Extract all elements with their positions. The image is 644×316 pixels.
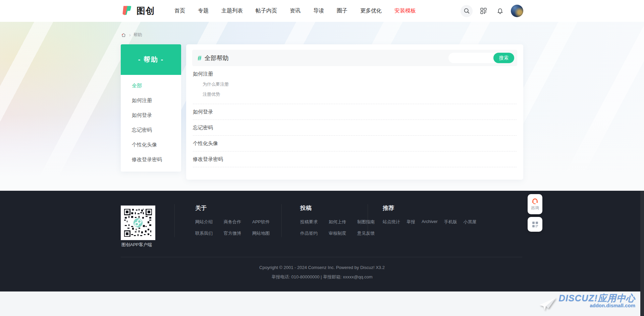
sidebar-item-all[interactable]: 全部 — [121, 78, 181, 93]
section-title-change-password[interactable]: 修改登录密码 — [193, 151, 517, 167]
home-icon[interactable] — [121, 32, 126, 38]
nav-item-news[interactable]: 资讯 — [290, 7, 301, 14]
page-title: 全部帮助 — [205, 54, 229, 62]
sidebar-item-how-to-register[interactable]: 如何注册 — [121, 93, 181, 108]
help-section: 个性化头像 — [193, 136, 517, 151]
report-info-text: 举报电话: 010-80000000 | 举报邮箱: xxxxx@qq.com — [121, 274, 523, 280]
section-child-why-register[interactable]: 为什么要注册 — [193, 78, 517, 88]
sidebar-item-custom-avatar[interactable]: 个性化头像 — [121, 137, 181, 152]
footer-link-weibo[interactable]: 官方微博 — [224, 230, 249, 236]
logo-text: 图创 — [137, 5, 155, 17]
section-title-forgot-password[interactable]: 忘记密码 — [193, 120, 517, 135]
top-navbar: 图创 首页 专题 主题列表 帖子内页 资讯 导读 圈子 更多优化 安装模板 — [0, 0, 644, 22]
headset-icon — [531, 197, 539, 204]
sidebar-item-change-password[interactable]: 修改登录密码 — [121, 152, 181, 167]
app-qr-code — [121, 206, 155, 240]
footer-link-business[interactable]: 商务合作 — [224, 219, 249, 225]
help-sections: 如何注册 为什么要注册 注册优势 如何登录 忘记密码 个性化头像 修改登录密码 — [192, 66, 517, 167]
copyright-text: Cpoyright © 2001 - 2024 Comsenz Inc. Pow… — [121, 265, 523, 270]
footer-link-contact[interactable]: 联系我们 — [195, 230, 220, 236]
help-section: 忘记密码 — [193, 120, 517, 136]
section-child-register-benefits[interactable]: 注册优势 — [193, 88, 517, 98]
footer-link-how-upload[interactable]: 如何上传 — [329, 219, 354, 225]
nav-item-post-page[interactable]: 帖子内页 — [256, 7, 277, 14]
footer-column-title: 推荐 — [383, 204, 477, 212]
breadcrumb-current: 帮助 — [133, 32, 142, 38]
footer-link-darkroom[interactable]: 小黑屋 — [464, 219, 477, 225]
footer-divider-vertical — [174, 204, 175, 237]
bottom-band: DISCUZ!应用中心 addon.dismall.com — [0, 291, 644, 316]
footer-link-signing[interactable]: 作品签约 — [300, 230, 325, 236]
sidebar-title: - 帮助 - — [121, 44, 181, 75]
footer-link-review[interactable]: 审核制度 — [329, 230, 354, 236]
search-icon[interactable] — [461, 5, 473, 17]
section-title-how-to-register[interactable]: 如何注册 — [193, 67, 517, 78]
footer-column-title: 投稿 — [300, 204, 382, 212]
footer-column-title: 关于 — [195, 204, 277, 212]
nav-item-topics[interactable]: 专题 — [198, 7, 209, 14]
nav-item-guide[interactable]: 导读 — [313, 7, 324, 14]
help-section: 如何登录 — [193, 104, 517, 120]
logo-icon — [121, 5, 133, 17]
footer-column-recommend: 推荐 站点统计 举报 Archiver 手机版 小黑屋 — [383, 204, 477, 225]
sidebar-item-forgot-password[interactable]: 忘记密码 — [121, 123, 181, 137]
help-section: 修改登录密码 — [193, 151, 517, 167]
section-title-how-to-login[interactable]: 如何登录 — [193, 104, 517, 120]
footer-link-site-intro[interactable]: 网站介绍 — [195, 219, 220, 225]
discuz-watermark: DISCUZ!应用中心 addon.dismall.com — [539, 294, 636, 312]
paper-plane-icon — [539, 297, 557, 312]
footer-divider-vertical — [281, 204, 282, 237]
consult-label: 咨询 — [531, 205, 539, 211]
footer-divider-horizontal — [121, 257, 522, 257]
footer-link-app[interactable]: APP软件 — [252, 219, 277, 225]
header-actions — [461, 0, 523, 22]
footer-column-submission: 投稿 投稿要求 如何上传 制图指南 作品签约 审核制度 意见反馈 — [300, 204, 382, 236]
site-logo[interactable]: 图创 — [121, 0, 155, 22]
sidebar-item-how-to-login[interactable]: 如何登录 — [121, 108, 181, 123]
footer-link-drawing-guide[interactable]: 制图指南 — [357, 219, 382, 225]
nav-item-install-template[interactable]: 安装模板 — [394, 7, 416, 14]
page: 图创 首页 专题 主题列表 帖子内页 资讯 导读 圈子 更多优化 安装模板 — [0, 0, 644, 316]
help-search: 搜索 — [448, 53, 514, 63]
footer-column-about: 关于 网站介绍 商务合作 APP软件 联系我们 官方微博 网站地图 — [195, 204, 277, 236]
breadcrumb-separator: › — [129, 32, 131, 38]
notification-bell-icon[interactable] — [494, 5, 506, 17]
apps-grid-icon[interactable] — [477, 5, 489, 17]
consult-button[interactable]: 咨询 — [528, 194, 542, 214]
footer-link-mobile[interactable]: 手机版 — [444, 219, 457, 225]
qr-icon — [532, 221, 538, 228]
qr-caption: 图创APP客户端 — [121, 242, 152, 248]
card-header: # 全部帮助 搜索 — [192, 50, 517, 66]
nav-item-circles[interactable]: 圈子 — [337, 7, 347, 14]
breadcrumb: › 帮助 — [121, 32, 142, 38]
footer-link-report[interactable]: 举报 — [407, 219, 415, 225]
qr-toolbar-button[interactable] — [528, 217, 542, 232]
scrollbar-thumb[interactable] — [640, 191, 644, 316]
help-section: 如何注册 为什么要注册 注册优势 — [193, 67, 517, 104]
site-footer: 图创APP客户端 关于 网站介绍 商务合作 APP软件 联系我们 官方微博 网站… — [0, 191, 644, 291]
footer-link-stats[interactable]: 站点统计 — [383, 219, 400, 225]
footer-link-sitemap[interactable]: 网站地图 — [252, 230, 277, 236]
sidebar-menu: 全部 如何注册 如何登录 忘记密码 个性化头像 修改登录密码 — [121, 75, 181, 172]
help-main-card: # 全部帮助 搜索 如何注册 为什么要注册 注册优势 如何登录 忘记密码 — [186, 44, 523, 180]
user-avatar[interactable] — [511, 5, 523, 17]
nav-item-thread-list[interactable]: 主题列表 — [221, 7, 243, 14]
main-nav: 首页 专题 主题列表 帖子内页 资讯 导读 圈子 更多优化 安装模板 — [174, 0, 416, 22]
watermark-title: DISCUZ!应用中心 — [559, 294, 636, 303]
nav-item-home[interactable]: 首页 — [174, 7, 185, 14]
footer-link-archiver[interactable]: Archiver — [422, 219, 438, 225]
footer-link-submit-req[interactable]: 投稿要求 — [300, 219, 325, 225]
section-title-custom-avatar[interactable]: 个性化头像 — [193, 136, 517, 151]
watermark-domain: addon.dismall.com — [559, 303, 636, 308]
search-button[interactable]: 搜索 — [493, 53, 514, 63]
footer-link-feedback[interactable]: 意见反馈 — [357, 230, 382, 236]
content-background: › 帮助 - 帮助 - 全部 如何注册 如何登录 忘记密码 个性化头像 修改登录… — [0, 22, 644, 191]
help-sidebar: - 帮助 - 全部 如何注册 如何登录 忘记密码 个性化头像 修改登录密码 — [121, 44, 181, 172]
nav-item-more[interactable]: 更多优化 — [360, 7, 382, 14]
hash-icon: # — [198, 54, 202, 62]
